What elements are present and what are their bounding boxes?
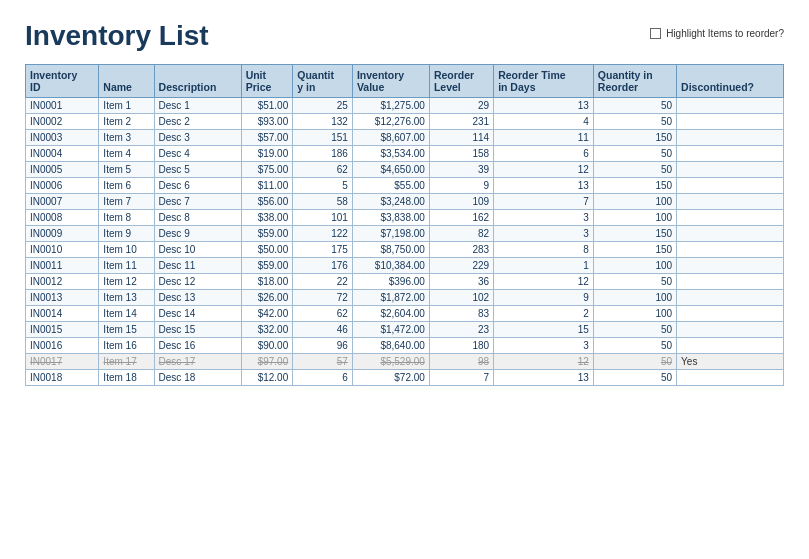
cell-desc: Desc 18 — [154, 370, 241, 386]
cell-reorder-days: 1 — [494, 258, 594, 274]
cell-id: IN0017 — [26, 354, 99, 370]
col-inv-value: InventoryValue — [352, 65, 429, 98]
table-row: IN0015 Item 15 Desc 15 $32.00 46 $1,472.… — [26, 322, 784, 338]
cell-reorder-level: 83 — [429, 306, 493, 322]
cell-name: Item 9 — [99, 226, 154, 242]
cell-name: Item 11 — [99, 258, 154, 274]
cell-qty-reorder: 50 — [593, 370, 676, 386]
cell-discontinued — [677, 146, 784, 162]
cell-discontinued — [677, 194, 784, 210]
cell-reorder-days: 6 — [494, 146, 594, 162]
cell-unit-price: $59.00 — [241, 258, 293, 274]
cell-name: Item 13 — [99, 290, 154, 306]
cell-qty: 6 — [293, 370, 353, 386]
cell-reorder-level: 98 — [429, 354, 493, 370]
cell-desc: Desc 12 — [154, 274, 241, 290]
table-row: IN0009 Item 9 Desc 9 $59.00 122 $7,198.0… — [26, 226, 784, 242]
highlight-control[interactable]: Highlight Items to reorder? — [650, 28, 784, 39]
cell-unit-price: $90.00 — [241, 338, 293, 354]
cell-reorder-level: 114 — [429, 130, 493, 146]
cell-qty-reorder: 50 — [593, 274, 676, 290]
cell-reorder-days: 11 — [494, 130, 594, 146]
cell-unit-price: $50.00 — [241, 242, 293, 258]
cell-qty-reorder: 150 — [593, 178, 676, 194]
cell-discontinued — [677, 242, 784, 258]
cell-discontinued — [677, 226, 784, 242]
cell-reorder-level: 36 — [429, 274, 493, 290]
highlight-label: Highlight Items to reorder? — [666, 28, 784, 39]
cell-inv-value: $2,604.00 — [352, 306, 429, 322]
cell-qty-reorder: 50 — [593, 98, 676, 114]
cell-name: Item 7 — [99, 194, 154, 210]
cell-name: Item 6 — [99, 178, 154, 194]
cell-desc: Desc 8 — [154, 210, 241, 226]
cell-id: IN0008 — [26, 210, 99, 226]
cell-reorder-level: 180 — [429, 338, 493, 354]
cell-discontinued — [677, 370, 784, 386]
cell-inv-value: $8,607.00 — [352, 130, 429, 146]
highlight-checkbox[interactable] — [650, 28, 661, 39]
cell-id: IN0016 — [26, 338, 99, 354]
cell-unit-price: $59.00 — [241, 226, 293, 242]
cell-reorder-days: 12 — [494, 162, 594, 178]
cell-unit-price: $51.00 — [241, 98, 293, 114]
cell-unit-price: $26.00 — [241, 290, 293, 306]
cell-discontinued: Yes — [677, 354, 784, 370]
cell-qty-reorder: 150 — [593, 226, 676, 242]
cell-qty-reorder: 150 — [593, 130, 676, 146]
cell-name: Item 8 — [99, 210, 154, 226]
table-row: IN0011 Item 11 Desc 11 $59.00 176 $10,38… — [26, 258, 784, 274]
col-desc: Description — [154, 65, 241, 98]
table-row: IN0003 Item 3 Desc 3 $57.00 151 $8,607.0… — [26, 130, 784, 146]
cell-reorder-days: 13 — [494, 98, 594, 114]
cell-reorder-level: 39 — [429, 162, 493, 178]
cell-unit-price: $57.00 — [241, 130, 293, 146]
table-row: IN0002 Item 2 Desc 2 $93.00 132 $12,276.… — [26, 114, 784, 130]
cell-reorder-days: 3 — [494, 338, 594, 354]
cell-qty: 96 — [293, 338, 353, 354]
cell-desc: Desc 16 — [154, 338, 241, 354]
cell-reorder-days: 8 — [494, 242, 594, 258]
cell-reorder-level: 29 — [429, 98, 493, 114]
cell-id: IN0011 — [26, 258, 99, 274]
cell-id: IN0003 — [26, 130, 99, 146]
cell-discontinued — [677, 162, 784, 178]
cell-id: IN0002 — [26, 114, 99, 130]
col-reorder-days: Reorder Timein Days — [494, 65, 594, 98]
table-row: IN0001 Item 1 Desc 1 $51.00 25 $1,275.00… — [26, 98, 784, 114]
cell-qty: 5 — [293, 178, 353, 194]
cell-id: IN0007 — [26, 194, 99, 210]
cell-unit-price: $42.00 — [241, 306, 293, 322]
table-row: IN0007 Item 7 Desc 7 $56.00 58 $3,248.00… — [26, 194, 784, 210]
cell-desc: Desc 3 — [154, 130, 241, 146]
col-id: InventoryID — [26, 65, 99, 98]
cell-inv-value: $1,472.00 — [352, 322, 429, 338]
cell-reorder-level: 102 — [429, 290, 493, 306]
cell-reorder-days: 15 — [494, 322, 594, 338]
table-row: IN0018 Item 18 Desc 18 $12.00 6 $72.00 7… — [26, 370, 784, 386]
cell-reorder-days: 4 — [494, 114, 594, 130]
cell-qty: 22 — [293, 274, 353, 290]
cell-id: IN0010 — [26, 242, 99, 258]
table-row: IN0006 Item 6 Desc 6 $11.00 5 $55.00 9 1… — [26, 178, 784, 194]
cell-inv-value: $396.00 — [352, 274, 429, 290]
cell-id: IN0014 — [26, 306, 99, 322]
inventory-table: InventoryID Name Description UnitPrice Q… — [25, 64, 784, 386]
cell-unit-price: $56.00 — [241, 194, 293, 210]
table-row: IN0008 Item 8 Desc 8 $38.00 101 $3,838.0… — [26, 210, 784, 226]
cell-inv-value: $10,384.00 — [352, 258, 429, 274]
cell-desc: Desc 2 — [154, 114, 241, 130]
page-title: Inventory List — [25, 20, 209, 52]
cell-reorder-level: 283 — [429, 242, 493, 258]
cell-discontinued — [677, 210, 784, 226]
cell-qty-reorder: 100 — [593, 306, 676, 322]
cell-desc: Desc 13 — [154, 290, 241, 306]
cell-inv-value: $7,198.00 — [352, 226, 429, 242]
cell-qty: 186 — [293, 146, 353, 162]
cell-reorder-level: 109 — [429, 194, 493, 210]
cell-inv-value: $3,534.00 — [352, 146, 429, 162]
cell-qty: 122 — [293, 226, 353, 242]
cell-desc: Desc 15 — [154, 322, 241, 338]
cell-qty-reorder: 50 — [593, 354, 676, 370]
cell-name: Item 16 — [99, 338, 154, 354]
